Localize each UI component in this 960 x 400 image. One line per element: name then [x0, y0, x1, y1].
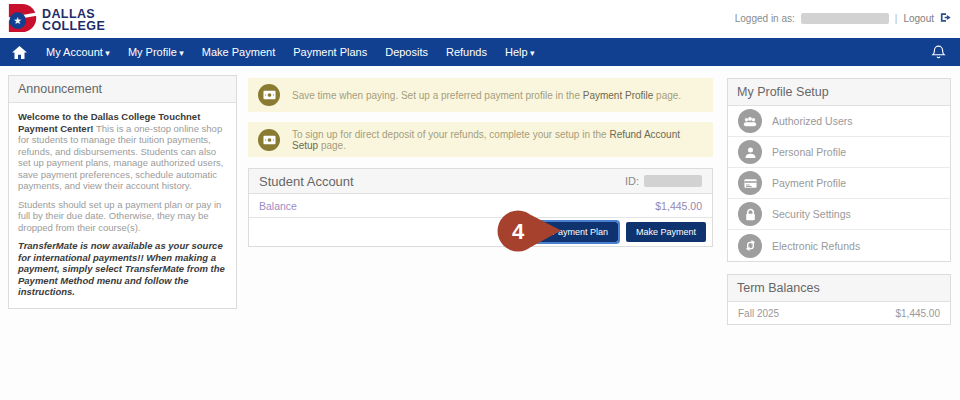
announcement-title: Announcement	[9, 76, 236, 103]
nav-deposits[interactable]: Deposits	[376, 46, 437, 58]
term-balance-row: Fall 2025 $1,445.00	[728, 302, 950, 324]
users-icon	[738, 109, 762, 133]
top-header: ★ DALLAS COLLEGE Logged in as: | Logout	[0, 0, 960, 38]
announcement-paragraph-welcome: Welcome to the Dallas College Touchnet P…	[18, 111, 227, 192]
student-id: ID:	[625, 175, 702, 187]
banknote-icon	[258, 84, 280, 106]
banknote-icon	[258, 129, 280, 151]
main-column: Save time when paying. Set up a preferre…	[248, 78, 713, 247]
authorized-users-item[interactable]: Authorized Users	[728, 106, 950, 137]
nav-my-profile[interactable]: My Profile	[119, 46, 193, 58]
my-profile-setup-title: My Profile Setup	[728, 79, 950, 106]
payment-profile-link[interactable]: Payment Profile	[583, 90, 654, 101]
student-id-label: ID:	[625, 175, 639, 187]
personal-profile-label: Personal Profile	[772, 146, 846, 158]
payment-profile-label: Payment Profile	[772, 177, 846, 189]
nav-make-payment[interactable]: Make Payment	[193, 46, 284, 58]
balance-label: Balance	[259, 200, 297, 212]
dallas-college-d-flag-icon: ★	[8, 3, 38, 37]
person-icon	[738, 140, 762, 164]
payment-profile-notice: Save time when paying. Set up a preferre…	[248, 78, 713, 112]
logged-in-as-label: Logged in as:	[735, 13, 795, 24]
balance-value: $1,445.00	[655, 200, 702, 212]
logout-icon[interactable]	[940, 12, 952, 25]
bell-icon[interactable]	[931, 44, 946, 64]
svg-text:★: ★	[13, 15, 22, 26]
term-name: Fall 2025	[738, 308, 779, 319]
announcement-paragraph-transfermate: TransferMate is now available as your so…	[18, 240, 227, 298]
announcement-panel: Announcement Welcome to the Dallas Colle…	[8, 75, 237, 309]
payment-profile-item[interactable]: Payment Profile	[728, 168, 950, 199]
student-account-panel: Student Account ID: Balance $1,445.00 En…	[248, 168, 713, 247]
logout-link[interactable]: Logout	[903, 13, 934, 24]
announcement-paragraph-payment-plan: Students should set up a payment plan or…	[18, 199, 227, 234]
electronic-refunds-label: Electronic Refunds	[772, 240, 860, 252]
student-account-header: Student Account ID:	[249, 169, 712, 194]
notice-text: To sign up for direct deposit of your re…	[292, 129, 703, 151]
session-divider: |	[895, 13, 898, 24]
logo-wordmark: DALLAS COLLEGE	[42, 8, 105, 32]
notice-text-after: page.	[318, 140, 346, 151]
payment-center-page: ★ DALLAS COLLEGE Logged in as: | Logout	[0, 0, 960, 400]
term-balances-title: Term Balances	[728, 275, 950, 302]
session-bar: Logged in as: | Logout	[735, 12, 952, 25]
step-number: 4	[512, 219, 525, 244]
logo-line2: COLLEGE	[42, 19, 105, 33]
my-profile-setup-panel: My Profile Setup Authorized Users	[727, 78, 951, 262]
student-account-title: Student Account	[259, 174, 354, 189]
security-settings-item[interactable]: Security Settings	[728, 199, 950, 230]
notice-text-before: Save time when paying. Set up a preferre…	[292, 90, 583, 101]
authorized-users-label: Authorized Users	[772, 115, 853, 127]
main-navbar: My Account My Profile Make Payment Payme…	[0, 38, 960, 66]
balance-row: Balance $1,445.00	[249, 194, 712, 218]
dallas-college-logo[interactable]: ★ DALLAS COLLEGE	[8, 3, 105, 37]
student-account-actions: Enroll in Payment Plan Make Payment	[249, 218, 712, 246]
nav-help[interactable]: Help	[496, 46, 544, 58]
nav-payment-plans[interactable]: Payment Plans	[284, 46, 376, 58]
notice-text: Save time when paying. Set up a preferre…	[292, 90, 681, 101]
notice-text-before: To sign up for direct deposit of your re…	[292, 129, 609, 140]
nav-refunds[interactable]: Refunds	[437, 46, 496, 58]
electronic-refunds-item[interactable]: Electronic Refunds	[728, 230, 950, 261]
refresh-arrows-icon	[738, 234, 762, 258]
term-balances-panel: Term Balances Fall 2025 $1,445.00	[727, 274, 951, 325]
lock-icon	[738, 202, 762, 226]
credit-card-icon	[738, 171, 762, 195]
home-icon[interactable]	[12, 46, 27, 59]
personal-profile-item[interactable]: Personal Profile	[728, 137, 950, 168]
term-amount: $1,445.00	[896, 308, 941, 319]
nav-my-account[interactable]: My Account	[37, 46, 119, 58]
refund-setup-notice: To sign up for direct deposit of your re…	[248, 122, 713, 157]
step-4-annotation-marker: 4	[497, 209, 563, 253]
redacted-student-id	[644, 175, 702, 187]
notice-text-after: page.	[653, 90, 681, 101]
announcement-body: Welcome to the Dallas College Touchnet P…	[9, 103, 236, 308]
right-column: My Profile Setup Authorized Users	[727, 78, 951, 325]
redacted-username	[801, 13, 889, 24]
make-payment-button[interactable]: Make Payment	[626, 222, 706, 242]
security-settings-label: Security Settings	[772, 208, 851, 220]
